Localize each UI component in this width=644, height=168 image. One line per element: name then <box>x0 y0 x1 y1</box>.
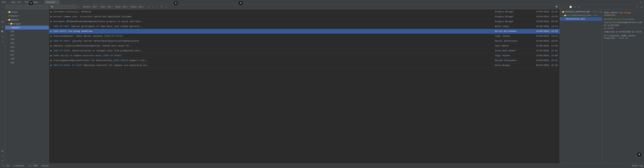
commit-row[interactable]: extract common json, structural search a… <box>49 14 560 19</box>
fetch-icon[interactable]: ⇤ <box>151 5 155 9</box>
commit-detail-email: <kirill.kirichenko@jetbrains.com> on 14/… <box>604 21 642 30</box>
show-all-branches-link[interactable]: Show all <box>619 37 628 39</box>
commit-link-py[interactable]: PY-34437 <box>72 64 82 66</box>
search-commits-icon[interactable]: 🔍 <box>555 5 558 9</box>
tree-item-131[interactable]: 131 <box>5 61 49 64</box>
commit-date: 13/03/2019, 13:00 <box>530 54 559 57</box>
tab-todo[interactable]: ≡ 6: TODO <box>26 164 39 167</box>
tree-label-119: 119 <box>10 38 14 40</box>
commit-row[interactable]: [devkit] InspectionNotFoundInspection: h… <box>49 44 560 48</box>
commit-link[interactable]: IDEA-CR-44949 <box>53 64 70 66</box>
eye-icon[interactable]: 👁 <box>160 5 163 9</box>
user-filter[interactable]: User: All ▾ <box>100 5 114 9</box>
commit-dot <box>50 50 52 52</box>
sort-asc-icon[interactable]: ≡ <box>636 5 639 9</box>
file-tree-src[interactable]: ▼ 📁 src/com/intellij/ide 1 file <box>560 14 602 17</box>
star-btn[interactable]: ★ <box>0 39 5 44</box>
tab-console-close[interactable]: × <box>57 1 58 3</box>
tree-item-125[interactable]: 125 <box>5 49 49 53</box>
commit-link[interactable]: IDEA-CR-44893 <box>104 54 120 57</box>
tree-item-local[interactable]: ▼ 📁 Local <box>5 10 49 14</box>
menu-git[interactable]: Git: <box>1 1 8 4</box>
expand-btn[interactable]: ⇅ <box>0 158 5 163</box>
event-log-button[interactable]: Event Log <box>632 165 643 167</box>
branch-filter[interactable]: Branch: All ▾ <box>82 5 99 9</box>
commit-row[interactable]: TrailingSpacesOptionsProvider for Editor… <box>49 58 560 63</box>
commit-dot <box>50 36 52 37</box>
tab-terminal[interactable]: ▶ Terminal <box>12 164 25 167</box>
date-filter-arrow: ▾ <box>126 6 128 8</box>
commit-message: introduce nullize(s), defValue <box>52 10 494 13</box>
commit-row[interactable]: JoinLinesHandler: check marker validity … <box>49 34 560 39</box>
check-btn[interactable]: ✓ <box>0 15 5 19</box>
expand-diff-icon[interactable]: ↔ <box>560 5 564 9</box>
panel-btn[interactable]: ▦ <box>0 149 5 153</box>
tree-item-origin-master[interactable]: ★ master <box>5 26 49 30</box>
pin-icon[interactable]: ⊣ <box>164 5 168 9</box>
commit-row[interactable]: ↓ IDEA-CR-44957 improve performance of s… <box>49 24 560 29</box>
commit-link[interactable]: IDEA-CR-44957 <box>53 25 70 28</box>
tree-item-129[interactable]: 129 <box>5 57 49 61</box>
commit-graph-col <box>50 55 52 56</box>
menu-pull-request[interactable]: Pull Reque... <box>24 1 42 4</box>
diff-icon[interactable]: ⊡ <box>577 5 581 9</box>
undo-icon[interactable]: ↩ <box>564 5 568 9</box>
tree-item-119[interactable]: 119 <box>5 37 49 41</box>
arrow-project: ▼ <box>560 11 561 13</box>
refresh-btn[interactable]: ↻ <box>0 34 5 39</box>
commit-graph-col <box>50 21 52 22</box>
tree-item-117[interactable]: 117 <box>5 34 49 37</box>
tree-item-123[interactable]: 123 <box>5 45 49 49</box>
sort-icon[interactable]: ↕ <box>156 5 159 9</box>
tree-item-origin[interactable]: ▼ 📁 origin <box>5 22 49 26</box>
tab-console[interactable]: Console × <box>45 0 60 4</box>
commit-link[interactable]: IDEA-CR-42756 <box>105 35 122 37</box>
commit-link[interactable]: IDEA-CR-44889 <box>53 50 70 52</box>
detail-link[interactable]: IDEA-208437 <box>604 11 618 14</box>
commit-link[interactable]: IDEA-208437 <box>53 30 67 32</box>
log-search-input[interactable] <box>50 5 76 9</box>
sort-desc-icon[interactable]: ≣ <box>640 5 643 9</box>
tree-item-127[interactable]: 127 <box>5 53 49 57</box>
commit-row-selected[interactable]: IDEA-208437 Fix wrong condition Kirill K… <box>49 29 560 34</box>
down-arrow-indicator: ↓ <box>50 25 52 28</box>
grid-icon[interactable]: ⊞ <box>573 5 577 9</box>
tab-build[interactable]: ⚙ Build <box>40 164 50 167</box>
history-icon[interactable]: 🕐 <box>569 5 572 9</box>
commit-date: 12/03/2019, 21:51 <box>530 50 559 52</box>
commit-row[interactable]: introduce nullize(s), defValue Gregory.S… <box>49 10 560 14</box>
commit-row[interactable]: IDEA-CR-44889: Synchronization of change… <box>49 48 560 53</box>
delete-btn[interactable]: 🗑 <box>0 20 5 24</box>
merge-btn[interactable]: ⇌ <box>0 25 5 29</box>
left-chevron-btn[interactable]: ‹ <box>0 5 5 10</box>
commit-row[interactable]: Infer purity in simple recursive calls (… <box>49 53 560 58</box>
menu-log-all[interactable]: Log: all <box>10 1 22 4</box>
tree-item-115[interactable]: 115 <box>5 30 49 34</box>
commit-row[interactable]: introduce JBTabbedPane#tabComponentInset… <box>49 19 560 24</box>
date-filter[interactable]: Date: All ▾ <box>114 5 129 9</box>
tree-item-local-master[interactable]: 🏷 master <box>5 14 49 18</box>
log-settings-icon[interactable]: ⚙ <box>76 5 80 9</box>
search-btn[interactable]: 🔍 <box>0 30 5 34</box>
file-tree-project[interactable]: ▼ 📁 intellij.platform.ide 1 file ~/IdeaP… <box>560 10 602 14</box>
tree-item-remote[interactable]: ▼ 📁 Remote <box>5 18 49 22</box>
commit-link[interactable]: IDEA-199518 <box>114 59 128 62</box>
refresh-commits-icon[interactable]: ↻ <box>147 5 151 9</box>
commit-link[interactable]: IDEA-CR-44897 <box>53 40 70 42</box>
paths-filter[interactable]: Paths: All ▾ <box>130 5 145 9</box>
add-btn[interactable]: + <box>0 10 5 14</box>
collapse-btn[interactable]: ≡ <box>0 154 5 158</box>
file-tree-java[interactable]: ☕ HelpTooltip.java <box>560 17 602 21</box>
tab-git[interactable]: 9 : Git <box>1 164 11 167</box>
commit-detail-branches: In 3 branches: HEAD, master, origin/ma..… <box>604 35 642 39</box>
tree-item-121[interactable]: 121 <box>5 41 49 45</box>
commit-message: IDEA-CR-44949: PY-34437 Duplicate shortc… <box>52 64 494 66</box>
branch-filter-arrow: ▾ <box>96 6 98 8</box>
commit-dot <box>50 55 52 56</box>
settings-icon[interactable]: ⚙ <box>639 0 643 4</box>
tree-label-115: 115 <box>10 30 14 33</box>
sidebar-search-input[interactable] <box>6 5 48 9</box>
commit-row[interactable]: IDEA-CR-44949: PY-34437 Duplicate shortc… <box>49 63 560 68</box>
commit-detail-committed: committed on 14/03/2019 at 13:25 <box>604 30 642 34</box>
commit-row[interactable]: IDEA-CR-44897: [groovy] extract DefaultU… <box>49 39 560 44</box>
